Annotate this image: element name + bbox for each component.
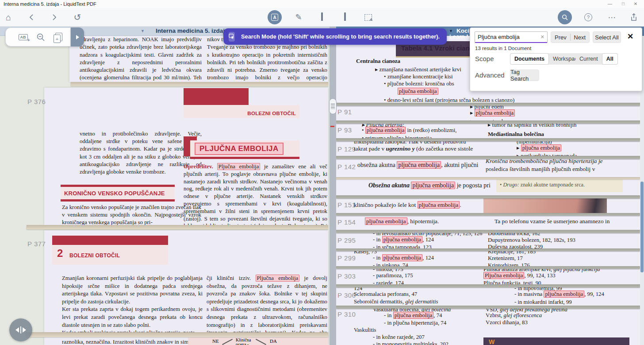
result-line: Kronična trombembolična pljučna hiperten… xyxy=(486,159,603,165)
maximize-button[interactable]: □ xyxy=(617,0,629,7)
divider xyxy=(20,326,21,333)
minimize-button[interactable]: — xyxy=(604,0,616,7)
add-text-box-icon[interactable]: AB+ xyxy=(15,27,31,47)
strip-separator xyxy=(336,266,640,269)
undo-icon[interactable]: ↺ xyxy=(71,8,84,27)
add-page-icon[interactable]: + xyxy=(51,27,67,47)
zoom-out-icon[interactable] xyxy=(33,27,49,47)
result-line: - in kožne razjede, 207 xyxy=(373,334,425,341)
scrollbar-thumb[interactable] xyxy=(640,182,644,272)
text-segment: Drugo: xyxy=(503,182,519,188)
search-result-strip[interactable]: P 295 - in levostransko srčno popuščanje… xyxy=(336,233,640,248)
search-result-strip[interactable]: Obsežna akutna pljučna embolija je pogos… xyxy=(336,179,640,195)
search-result-strip[interactable]: P 154 pljučna embolija, hipotermija. Ta … xyxy=(336,216,640,230)
chevron-down-icon[interactable]: ▼ xyxy=(141,29,145,33)
tag-search-button[interactable]: Tag Search xyxy=(510,70,539,81)
lock-icon[interactable] xyxy=(315,8,329,27)
search-query[interactable]: Pljučna embolija xyxy=(478,34,540,40)
chevron-down-icon[interactable]: ▼ xyxy=(449,29,453,33)
close-button[interactable]: ✕ xyxy=(630,0,641,7)
results-summary: 13 results in 1 Document xyxy=(475,46,531,51)
next-button[interactable]: Next xyxy=(570,34,589,41)
result-line: - in mononevritis multipleks, 202 xyxy=(373,341,448,345)
expand-toolbar-button[interactable] xyxy=(71,27,84,47)
chapter-color-bar xyxy=(52,236,168,245)
result-page-label: P 154 xyxy=(337,218,356,226)
lock-alt-icon[interactable] xyxy=(338,8,352,27)
result-line: ▸ zmanjšana nasičenost arterijske krvi xyxy=(375,66,461,73)
search-marker-tick xyxy=(330,126,334,127)
document-tab-title[interactable]: Interna medicina 5. izdaja xyxy=(156,27,228,34)
flowchart-box: NE Klinična ocena - DA xyxy=(188,337,328,345)
result-line: - razjede, 174 xyxy=(373,280,404,284)
result-line: ▸ perikardialna tamponada xyxy=(517,152,577,156)
text-segment: , akutni pljučni xyxy=(441,162,478,168)
close-search-icon[interactable]: ✕ xyxy=(627,32,633,41)
text-segment: je pogosta pri xyxy=(455,182,491,189)
more-icon[interactable]: ⋯ xyxy=(605,8,618,27)
text-segment: , 74 xyxy=(433,312,442,318)
text-segment: glej pljučna funkcija xyxy=(553,269,600,272)
result-page-label: P 93 xyxy=(337,126,352,134)
search-result-strip[interactable]: P 129 trikuspidalna zaklopka. Tlak v des… xyxy=(336,141,640,156)
search-result-strip[interactable]: P 91 ▸ pljučni edem ▸ pljučna embolija ▸… xyxy=(336,106,640,120)
text-segment: Vzbrst, xyxy=(486,312,504,318)
pointer-icon xyxy=(229,32,235,42)
text-segment: Opredelitev. xyxy=(184,163,213,170)
pen-tool-icon[interactable]: ✎ xyxy=(292,8,305,27)
search-result-strip[interactable]: P 303 - fimoza, 175 - parafimoza, 175 - … xyxy=(336,269,640,284)
clear-search-icon[interactable]: ✕ xyxy=(540,34,544,40)
pdf-page-377[interactable]: 2 BOLEZNI OBTOČIL Zmanjšan koronarni per… xyxy=(44,230,328,345)
result-line: pljučna embolija xyxy=(398,88,438,95)
back-icon[interactable] xyxy=(24,8,38,27)
advanced-label: Advanced xyxy=(475,71,505,79)
search-result-strip[interactable]: P 310 Vaskularna bolečina, glej bolečina… xyxy=(336,309,640,345)
text-segment: klinično pokažejo šele kot xyxy=(354,202,418,208)
search-result-strip[interactable]: P 93 ▸ Pljučna arterija: • pljučna embol… xyxy=(336,124,640,138)
help-icon[interactable]: ? xyxy=(582,8,595,27)
text-tool-icon[interactable]: A xyxy=(268,8,282,27)
panel-divider[interactable] xyxy=(330,27,336,345)
strip-separator xyxy=(336,120,640,124)
text-segment: , 99, 124, 133 xyxy=(524,272,555,279)
prev-button[interactable]: Prev xyxy=(551,34,570,41)
range-all-option[interactable]: All xyxy=(602,53,618,65)
search-result-strip[interactable]: P 151 klinično pokažejo šele kot pljučna… xyxy=(336,198,640,213)
pdf-page-376[interactable]: BOLEZNI OBTOČIL vnetno in protibolečinsk… xyxy=(44,88,328,225)
result-line: - parafimoza, 175 xyxy=(373,272,413,279)
strip-separator xyxy=(336,195,640,198)
strip-separator xyxy=(336,156,640,159)
result-line: - in srčna tamponada, 123 xyxy=(373,244,432,248)
result-line: - in pljučna embolija, 74 xyxy=(384,312,442,319)
scope-documents-option[interactable]: Documents xyxy=(510,53,549,65)
share-icon[interactable] xyxy=(627,8,640,27)
search-input[interactable]: Pljučna embolija ✕ xyxy=(475,31,548,43)
divider-drag-handle[interactable] xyxy=(329,98,337,114)
search-result-strip[interactable]: P 299 Kašelj, 73 - in pljučna embolija, … xyxy=(336,251,640,266)
search-result-strip[interactable]: P 142 obsežna akutna pljučna embolija, a… xyxy=(336,159,640,177)
range-current-option[interactable]: Current xyxy=(575,53,602,65)
result-page-label: P 142 xyxy=(337,163,356,171)
search-icon[interactable] xyxy=(558,8,572,27)
result-line: Seboroični dermatitis, glej dermatitis xyxy=(354,298,438,305)
chapter-title: BOLEZNI OBTOČIL xyxy=(69,252,120,259)
collapse-panel-button[interactable] xyxy=(9,318,32,341)
select-all-button[interactable]: Select All xyxy=(593,31,621,43)
text-segment: W xyxy=(489,338,494,345)
text-segment: - in xyxy=(384,312,393,318)
pdf-canvas[interactable]: zdravljenju z heparinom. NOAK imajo pred… xyxy=(0,36,330,345)
result-line: obsežna akutna pljučna embolija, akutni … xyxy=(357,162,479,169)
search-result-strip[interactable]: P 306 124 Scleromalacia perforans, 47 Se… xyxy=(336,287,640,306)
title-bar: Interna medicina 5. izdaja - LiquidText … xyxy=(0,0,644,8)
text-segment: in (redko) embolizmi, xyxy=(406,127,456,133)
strip-separator xyxy=(336,248,640,251)
search-popup: Pljučna embolija ✕ Prev Next Select All … xyxy=(470,27,642,91)
forward-icon[interactable] xyxy=(48,8,61,27)
result-line: - in miokardni infarkt, 99 xyxy=(514,299,572,306)
result-line: - in pljučna hipertenzija, 74 xyxy=(384,320,446,326)
excerpt-tool-icon[interactable] xyxy=(361,8,375,27)
search-hit-highlight: pljučna embolija xyxy=(382,254,423,261)
search-hit-highlight: pljučna embolija xyxy=(398,88,438,95)
home-icon[interactable]: ⌂ xyxy=(2,8,15,27)
section-box: W xyxy=(483,337,629,345)
